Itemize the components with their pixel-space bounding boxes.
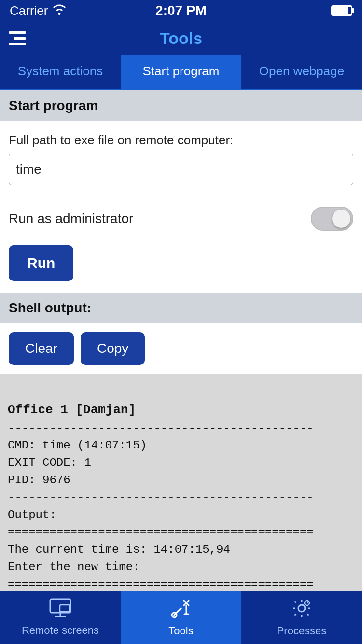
shell-output-line: EXIT CODE: 1 (8, 454, 354, 472)
copy-button[interactable]: Copy (81, 332, 145, 365)
shell-output-area: ----------------------------------------… (0, 374, 362, 603)
app-header: Tools (0, 21, 362, 55)
form-area: Full path to exe file on remote computer… (0, 121, 362, 197)
battery-icon (331, 5, 352, 16)
nav-processes-label: Processes (277, 625, 327, 637)
carrier-label: Carrier (10, 3, 48, 18)
nav-remote-screens-label: Remote screens (22, 624, 99, 637)
menu-button[interactable] (9, 31, 26, 45)
tab-start-program[interactable]: Start program (121, 55, 241, 89)
shell-output-line: Enter the new time: (8, 559, 354, 576)
admin-toggle[interactable] (311, 207, 353, 231)
shell-output-line: ----------------------------------------… (8, 420, 354, 437)
toggle-knob (332, 210, 350, 228)
shell-output-section-header: Shell output: (0, 293, 362, 323)
svg-point-10 (305, 601, 309, 605)
exe-path-label: Full path to exe file on remote computer… (9, 133, 353, 148)
svg-rect-3 (60, 605, 70, 612)
tab-open-webpage[interactable]: Open webpage (241, 55, 362, 89)
status-time: 2:07 PM (155, 3, 207, 18)
clear-button[interactable]: Clear (9, 332, 74, 365)
shell-buttons-area: Clear Copy (0, 323, 362, 374)
shell-output-line: ========================================… (8, 524, 354, 541)
admin-row: Run as administrator (0, 197, 362, 240)
shell-output-line: PID: 9676 (8, 472, 354, 489)
monitor-icon (49, 598, 71, 621)
gear-icon (291, 598, 312, 622)
run-button[interactable]: Run (9, 245, 73, 281)
admin-label: Run as administrator (9, 211, 133, 226)
shell-output-line: Output: (8, 506, 354, 524)
shell-output-line: Office 1 [Damjan] (8, 401, 354, 420)
tab-bar: System actions Start program Open webpag… (0, 55, 362, 90)
wifi-icon (53, 3, 66, 18)
header-title: Tools (160, 29, 202, 48)
svg-point-9 (298, 605, 305, 612)
shell-output-line: The current time is: 14:07:15,94 (8, 541, 354, 559)
tab-system-actions[interactable]: System actions (0, 55, 121, 89)
tools-icon (170, 598, 192, 622)
nav-tools-label: Tools (168, 625, 193, 637)
shell-output-line: CMD: time (14:07:15) (8, 437, 354, 454)
run-area: Run (0, 240, 362, 293)
nav-tools[interactable]: Tools (121, 591, 241, 644)
bottom-nav: Remote screens Tools Pro (0, 591, 362, 644)
shell-output-line: ----------------------------------------… (8, 383, 354, 401)
carrier-wifi: Carrier (10, 3, 66, 18)
status-bar: Carrier 2:07 PM (0, 0, 362, 21)
shell-output-line: ----------------------------------------… (8, 489, 354, 506)
nav-remote-screens[interactable]: Remote screens (0, 591, 121, 644)
start-program-section-header: Start program (0, 90, 362, 121)
exe-path-input[interactable] (9, 154, 353, 185)
nav-processes[interactable]: Processes (241, 591, 362, 644)
